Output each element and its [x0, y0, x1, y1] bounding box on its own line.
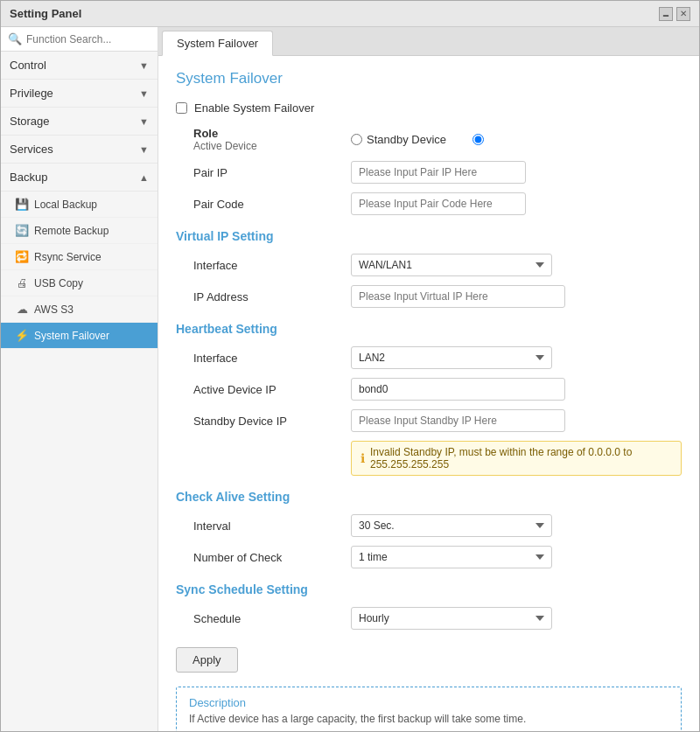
pair-code-row: Pair Code [176, 192, 682, 215]
heartbeat-section-title: Heartbeat Setting [176, 322, 682, 336]
sidebar-item-control[interactable]: Control ▼ [1, 52, 158, 80]
interval-row: Interval 30 Sec. [176, 514, 682, 537]
sidebar-item-privilege[interactable]: Privilege ▼ [1, 80, 158, 108]
interval-select[interactable]: 30 Sec. [351, 514, 552, 537]
usb-copy-label: USB Copy [34, 277, 83, 289]
chevron-down-icon: ▼ [139, 144, 149, 155]
schedule-label: Schedule [193, 612, 351, 625]
enable-system-failover-checkbox[interactable] [176, 102, 187, 114]
standby-device-ip-row: Standby Device IP [176, 409, 682, 432]
schedule-select[interactable]: Hourly [351, 607, 552, 630]
role-label-group: Role Active Device [193, 127, 351, 152]
title-bar: Setting Panel 🗕 ✕ [1, 1, 699, 27]
sidebar: 🔍 Control ▼ Privilege ▼ Storage ▼ Servic… [1, 27, 158, 731]
virtual-interface-label: Interface [193, 259, 351, 272]
pair-ip-label: Pair IP [193, 166, 351, 179]
sidebar-item-services-label: Services [10, 143, 53, 156]
aws-s3-label: AWS S3 [34, 303, 74, 316]
sidebar-item-backup[interactable]: Backup ▲ [1, 164, 158, 192]
chevron-down-icon: ▼ [139, 60, 149, 71]
description-text: If Active device has a large capacity, t… [189, 713, 668, 725]
error-box: ℹ Invalid Standby IP, must be within the… [351, 441, 682, 476]
sidebar-item-storage[interactable]: Storage ▼ [1, 108, 158, 136]
system-failover-label: System Failover [34, 330, 109, 342]
check-alive-section-title: Check Alive Setting [176, 490, 682, 504]
close-button[interactable]: ✕ [676, 7, 690, 21]
sidebar-item-system-failover[interactable]: ⚡ System Failover [1, 323, 158, 349]
pair-code-input[interactable] [351, 192, 526, 215]
sidebar-item-privilege-label: Privilege [10, 87, 53, 100]
standby-device-label: Standby Device [367, 133, 446, 146]
active-device-ip-label: Active Device IP [193, 383, 351, 396]
search-icon: 🔍 [8, 32, 22, 45]
virtual-interface-select[interactable]: WAN/LAN1 [351, 254, 552, 276]
enable-label: Enable System Failover [194, 101, 314, 115]
panel-title: System Failover [176, 70, 682, 87]
sidebar-item-local-backup[interactable]: 💾 Local Backup [1, 192, 158, 218]
standby-device-radio[interactable] [351, 134, 362, 145]
main-window: Setting Panel 🗕 ✕ 🔍 Control ▼ Privilege … [0, 0, 700, 732]
number-of-check-select[interactable]: 1 time [351, 546, 552, 568]
standby-device-ip-input[interactable] [351, 409, 565, 432]
description-title: Description [189, 696, 668, 709]
pair-ip-input[interactable] [351, 161, 526, 184]
rsync-icon: 🔁 [15, 250, 29, 263]
sidebar-item-backup-label: Backup [10, 171, 47, 184]
tab-system-failover[interactable]: System Failover [162, 31, 273, 56]
tab-bar: System Failover [158, 27, 699, 56]
virtual-ip-address-row: IP Address [176, 285, 682, 308]
search-box: 🔍 [1, 27, 158, 52]
active-device-option[interactable] [472, 134, 488, 145]
local-backup-label: Local Backup [34, 199, 97, 211]
sidebar-item-services[interactable]: Services ▼ [1, 136, 158, 164]
content-area: System Failover System Failover Enable S… [158, 27, 699, 731]
active-device-ip-row: Active Device IP [176, 378, 682, 401]
sidebar-item-control-label: Control [10, 59, 46, 72]
sidebar-item-storage-label: Storage [10, 115, 50, 128]
sidebar-item-usb-copy[interactable]: 🖨 USB Copy [1, 270, 158, 296]
standby-device-ip-label: Standby Device IP [193, 415, 351, 428]
chevron-down-icon: ▼ [139, 116, 149, 127]
pair-ip-row: Pair IP [176, 161, 682, 184]
window-controls: 🗕 ✕ [659, 7, 690, 21]
failover-icon: ⚡ [15, 329, 29, 342]
aws-icon: ☁ [15, 303, 29, 316]
local-backup-icon: 💾 [15, 198, 29, 211]
virtual-interface-row: Interface WAN/LAN1 [176, 254, 682, 276]
number-of-check-row: Number of Check 1 time [176, 546, 682, 568]
apply-button[interactable]: Apply [176, 647, 238, 673]
role-row: Role Active Device Standby Device [176, 127, 682, 152]
number-of-check-label: Number of Check [193, 551, 351, 564]
main-layout: 🔍 Control ▼ Privilege ▼ Storage ▼ Servic… [1, 27, 699, 731]
chevron-up-icon: ▲ [139, 172, 149, 183]
schedule-row: Schedule Hourly [176, 607, 682, 630]
sidebar-item-aws-s3[interactable]: ☁ AWS S3 [1, 296, 158, 323]
active-device-ip-input[interactable] [351, 378, 565, 401]
role-label: Role [193, 127, 351, 140]
chevron-down-icon: ▼ [139, 88, 149, 99]
sidebar-item-remote-backup[interactable]: 🔄 Remote Backup [1, 218, 158, 244]
active-device-radio[interactable] [472, 134, 484, 145]
description-box: Description If Active device has a large… [176, 687, 682, 731]
hb-interface-label: Interface [193, 352, 351, 365]
panel: System Failover Enable System Failover R… [158, 56, 699, 731]
role-sublabel: Active Device [193, 140, 351, 152]
hb-interface-row: Interface LAN2 [176, 346, 682, 369]
interval-label: Interval [193, 519, 351, 533]
window-title: Setting Panel [10, 7, 81, 20]
hb-interface-select[interactable]: LAN2 [351, 346, 552, 369]
enable-row: Enable System Failover [176, 101, 682, 115]
sidebar-item-rsync-service[interactable]: 🔁 Rsync Service [1, 244, 158, 270]
pair-code-label: Pair Code [193, 198, 351, 211]
standby-device-option[interactable]: Standby Device [351, 133, 446, 146]
virtual-ip-address-label: IP Address [193, 290, 351, 303]
sync-schedule-section-title: Sync Schedule Setting [176, 582, 682, 596]
virtual-ip-section-title: Virtual IP Setting [176, 229, 682, 243]
role-options: Standby Device [351, 133, 488, 146]
minimize-button[interactable]: 🗕 [659, 7, 673, 21]
remote-backup-icon: 🔄 [15, 224, 29, 237]
remote-backup-label: Remote Backup [34, 225, 108, 237]
rsync-service-label: Rsync Service [34, 251, 102, 263]
search-input[interactable] [26, 33, 158, 45]
virtual-ip-address-input[interactable] [351, 285, 565, 308]
